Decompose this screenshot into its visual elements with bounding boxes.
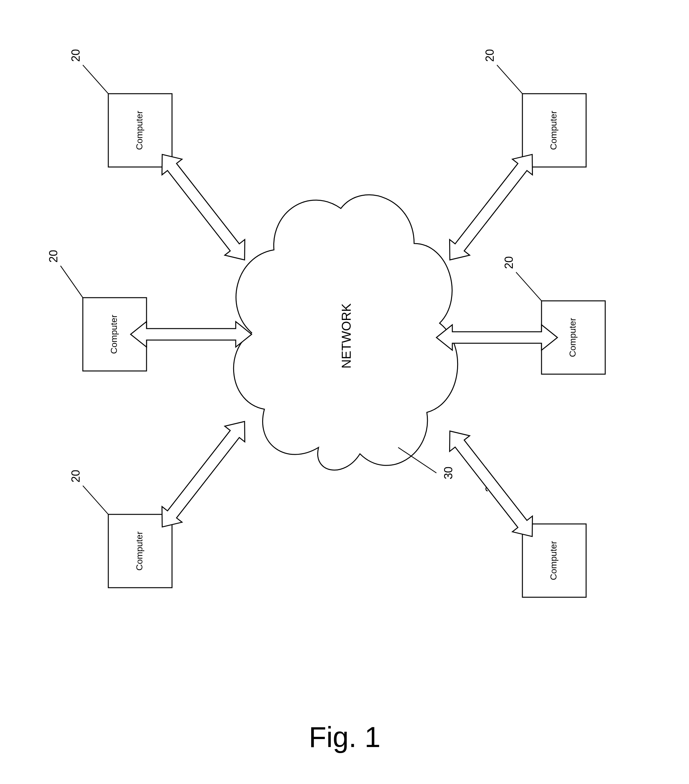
leader-top-right: [83, 65, 108, 94]
computer-bottom-center-label: Computer: [567, 318, 577, 357]
computer-bottom-right: Computer 20: [483, 49, 586, 167]
arrow-bottom-left: [440, 423, 543, 544]
computer-top-right: Computer 20: [69, 49, 172, 167]
computer-bottom-center: Computer 20: [502, 256, 605, 374]
figure-caption: Fig. 1: [309, 721, 380, 753]
computer-top-center: Computer 20: [47, 250, 146, 371]
leader-bottom-right: [497, 65, 522, 94]
ref-top-left: 20: [69, 470, 82, 483]
computer-top-center-label: Computer: [109, 315, 119, 354]
arrow-bottom-right: [440, 147, 543, 268]
leader-top-left: [83, 486, 108, 514]
computer-bottom-left-label: Computer: [549, 541, 558, 580]
computer-top-left-label: Computer: [135, 532, 144, 571]
ref-bottom-right: 20: [483, 49, 496, 62]
leader-top-center: [61, 266, 83, 298]
ref-bottom-center: 20: [502, 256, 515, 269]
network-diagram: Fig. 1 NETWORK 30 Computer 20 Computer 2…: [0, 0, 689, 784]
computer-top-right-label: Computer: [135, 111, 144, 150]
arrow-top-right: [152, 147, 255, 268]
arrow-top-center: [131, 321, 252, 347]
computer-bottom-right-label: Computer: [549, 111, 558, 150]
leader-bottom-center: [516, 272, 541, 301]
ref-cloud: 30: [442, 466, 455, 479]
ref-top-right: 20: [69, 49, 82, 62]
ref-top-center: 20: [47, 250, 60, 263]
computer-top-left: Computer 20: [69, 470, 172, 588]
arrow-top-left: [152, 414, 255, 535]
network-label: NETWORK: [339, 303, 353, 369]
